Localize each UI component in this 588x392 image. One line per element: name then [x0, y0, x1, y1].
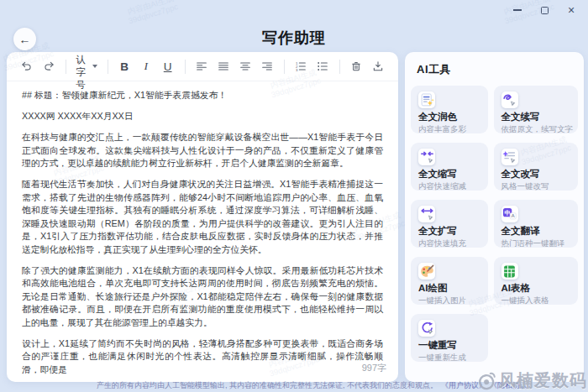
bold-button[interactable]: B — [114, 56, 134, 76]
minimize-button[interactable] — [511, 3, 524, 17]
arrows-outward-pen-icon — [419, 206, 435, 222]
palette-icon — [419, 264, 435, 280]
tool-title: 全文缩写 — [418, 169, 483, 180]
editor-content[interactable]: ## 标题：智领健康新纪元，X1智能手表震撼发布！ XXXX网 XXXX年XX月… — [7, 81, 398, 382]
window-controls: × — [511, 3, 578, 17]
tool-description: 热门语种一键翻译 — [501, 238, 574, 248]
undo-button[interactable] — [17, 56, 37, 76]
ai-tool-card[interactable]: 全文缩写 内容快速缩减 — [411, 143, 488, 191]
tool-title: 全文润色 — [418, 112, 483, 123]
download-icon — [371, 60, 385, 73]
ai-tool-card[interactable]: 全文改写 风格一键改写 — [494, 143, 579, 191]
tool-title: 一键重写 — [418, 340, 483, 351]
scribble-pen-icon — [501, 92, 517, 108]
align-right-icon — [260, 60, 274, 73]
paragraph: 随着现代生活节奏加快，人们对自身健康状况的关注日益增强。X1智能手表精准捕捉这一… — [22, 178, 383, 256]
editor-card: 默认字号 B I U ## 标题：智领健康新纪元，X1智能手表震撼发布！ XXX… — [7, 52, 398, 382]
close-icon: × — [568, 4, 575, 16]
tool-title: 全文扩写 — [418, 226, 483, 237]
tool-description: 内容丰富多彩 — [418, 124, 483, 133]
tool-title: AI绘图 — [418, 283, 483, 294]
undo-icon — [20, 60, 34, 73]
disclaimer-text: 产生的所有内容均由人工智能模型输出, 其内容的准确性和完整性无法保证, 不代表我… — [97, 380, 438, 391]
tool-title: 全文续写 — [501, 112, 574, 123]
export-button[interactable] — [368, 56, 388, 76]
align-right-button[interactable] — [257, 56, 277, 76]
tool-title: 全文改写 — [501, 169, 574, 180]
tool-description: 一键插入图片 — [418, 295, 483, 305]
tool-description: 依据原文，续写文字 — [501, 124, 574, 133]
translate-icon — [501, 206, 517, 222]
delete-button[interactable] — [346, 56, 366, 76]
redo-button[interactable] — [39, 56, 59, 76]
ordered-list-icon — [294, 60, 307, 73]
paragraph: 除了强大的健康监测能力，X1在续航方面的表现同样令人惊叹。采用最新低功耗芯片技术… — [22, 264, 383, 330]
ai-tool-card[interactable]: AI表格 一键插入表格 — [494, 257, 579, 305]
align-center-icon — [239, 60, 252, 73]
paragraph: XXXX网 XXXX年XX月XX日 — [22, 110, 383, 123]
tool-icon-box — [501, 206, 518, 222]
word-count: 997字 — [362, 362, 386, 374]
ai-tool-card[interactable]: 全文翻译 热门语种一键翻译 — [494, 200, 579, 248]
align-left-button[interactable] — [192, 56, 212, 76]
back-button[interactable]: ← — [13, 28, 36, 50]
align-justify-icon — [217, 60, 230, 73]
page-title: 写作助理 — [0, 28, 588, 48]
font-size-dropdown[interactable]: 默认字号 — [72, 56, 100, 76]
tool-description: 一键插入表格 — [501, 295, 574, 305]
unordered-list-button[interactable] — [312, 56, 333, 76]
tool-icon-box — [418, 91, 435, 108]
tool-icon-box — [418, 263, 435, 280]
tool-title: 全文翻译 — [501, 226, 574, 237]
redo-icon — [42, 60, 55, 73]
ordered-list-button[interactable] — [291, 56, 311, 76]
ai-tool-card[interactable]: 全文润色 内容丰富多彩 — [411, 86, 488, 133]
trash-icon — [349, 60, 363, 73]
align-justify-button[interactable] — [213, 56, 234, 76]
maximize-icon — [541, 7, 549, 14]
paragraph: 在科技与健康的交汇点上，一款颠覆传统的智能穿戴设备横空出世——X1智能手表于今日… — [22, 131, 383, 170]
ai-tools-panel: AI工具 全文润色 内容丰富多彩 全文续写 依据原文，续写文字 — [405, 52, 584, 382]
maximize-button[interactable] — [538, 3, 551, 17]
minimize-icon — [513, 9, 522, 11]
doc-sparkle-icon — [419, 92, 435, 108]
back-arrow-icon: ← — [19, 33, 31, 46]
underline-button[interactable]: U — [158, 56, 178, 76]
tool-description: 内容快速缩减 — [418, 181, 483, 191]
paragraph: ## 标题：智领健康新纪元，X1智能手表震撼发布！ — [22, 89, 383, 102]
editor-toolbar: 默认字号 B I U — [7, 52, 398, 81]
tool-icon-box — [501, 91, 518, 108]
tool-icon-box — [501, 149, 518, 165]
doc-star-pen-icon — [501, 149, 517, 165]
paragraph: 设计上，X1延续了简约而不失时尚的风格，轻薄机身搭配多种可更换表带，既适合商务场… — [22, 337, 383, 377]
ai-tool-card[interactable]: 全文扩写 内容快速填充 — [411, 200, 488, 248]
tool-title: AI表格 — [501, 283, 574, 294]
align-left-icon — [195, 60, 208, 73]
tool-description: 一键重新生成 — [418, 353, 483, 362]
refresh-pen-icon — [419, 321, 435, 337]
tool-icon-box — [418, 149, 435, 165]
italic-button[interactable]: I — [136, 56, 156, 76]
arrows-inward-pen-icon — [419, 149, 435, 165]
privacy-agreement-link[interactable]: 《隐私协议》 — [490, 380, 535, 391]
ai-tools-title: AI工具 — [417, 62, 578, 77]
tool-description: 风格一键改写 — [501, 181, 574, 191]
tool-icon-box — [418, 320, 435, 337]
tool-icon-box — [418, 206, 435, 222]
close-button[interactable]: × — [564, 3, 578, 17]
ai-tool-card[interactable]: 一键重写 一键重新生成 — [411, 314, 488, 362]
table-icon — [501, 264, 517, 280]
chevron-down-icon — [92, 65, 97, 68]
bg-ai-watermark: 内容由AI生成39dqbvcz7ppc — [124, 0, 179, 25]
footer-disclaimer-bar: 产生的所有内容均由人工智能模型输出, 其内容的准确性和完整性无法保证, 不代表我… — [0, 380, 588, 391]
ai-tool-card[interactable]: AI绘图 一键插入图片 — [411, 257, 488, 305]
user-agreement-link[interactable]: 《用户协议》 — [441, 380, 486, 391]
ai-tools-grid: 全文润色 内容丰富多彩 全文续写 依据原文，续写文字 全文缩写 内容快速缩减 — [411, 86, 578, 362]
ai-tool-card[interactable]: 全文续写 依据原文，续写文字 — [494, 86, 579, 133]
unordered-list-icon — [316, 60, 329, 73]
tool-icon-box — [501, 263, 518, 280]
tool-description: 内容快速填充 — [418, 238, 483, 248]
align-center-button[interactable] — [235, 56, 255, 76]
